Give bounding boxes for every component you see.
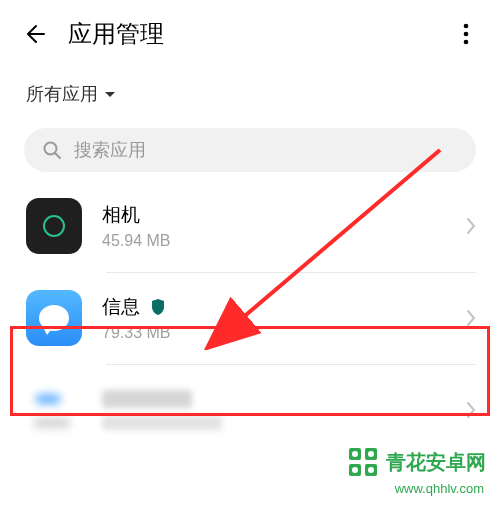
caret-down-icon	[104, 85, 116, 103]
chevron-right-icon	[466, 309, 476, 327]
search-placeholder: 搜索应用	[74, 138, 146, 162]
svg-point-3	[45, 143, 57, 155]
list-item[interactable]: 信息 79.33 MB	[0, 272, 500, 364]
app-list: 相机 45.94 MB 信息 79.33 MB	[0, 180, 500, 456]
arrow-left-icon	[22, 22, 46, 46]
app-size: 79.33 MB	[102, 324, 446, 342]
svg-point-10	[352, 451, 358, 457]
kebab-icon	[463, 23, 469, 45]
watermark: 青花安卓网 www.qhhlv.com	[346, 445, 486, 496]
camera-app-icon	[26, 198, 82, 254]
blurred-app-icon	[26, 382, 82, 438]
chevron-right-icon	[466, 217, 476, 235]
more-menu-button[interactable]	[452, 20, 480, 48]
svg-point-12	[352, 467, 358, 473]
shield-icon	[150, 298, 166, 316]
back-button[interactable]	[20, 20, 48, 48]
svg-line-4	[56, 154, 61, 159]
list-item[interactable]: 相机 45.94 MB	[0, 180, 500, 272]
app-name: 信息	[102, 294, 140, 320]
blurred-app-text	[102, 390, 446, 430]
svg-point-0	[464, 24, 469, 29]
filter-label: 所有应用	[26, 82, 98, 106]
svg-point-13	[368, 467, 374, 473]
app-size: 45.94 MB	[102, 232, 446, 250]
watermark-url: www.qhhlv.com	[395, 481, 486, 496]
chevron-right-icon	[466, 401, 476, 419]
watermark-title: 青花安卓网	[386, 449, 486, 476]
messages-app-icon	[26, 290, 82, 346]
watermark-logo-icon	[346, 445, 380, 479]
search-input[interactable]: 搜索应用	[24, 128, 476, 172]
search-icon	[42, 140, 62, 160]
list-item[interactable]	[0, 364, 500, 456]
svg-point-11	[368, 451, 374, 457]
svg-point-2	[464, 40, 469, 45]
app-name: 相机	[102, 202, 140, 228]
svg-point-1	[464, 32, 469, 37]
page-title: 应用管理	[68, 18, 164, 50]
filter-dropdown[interactable]: 所有应用	[0, 68, 500, 128]
